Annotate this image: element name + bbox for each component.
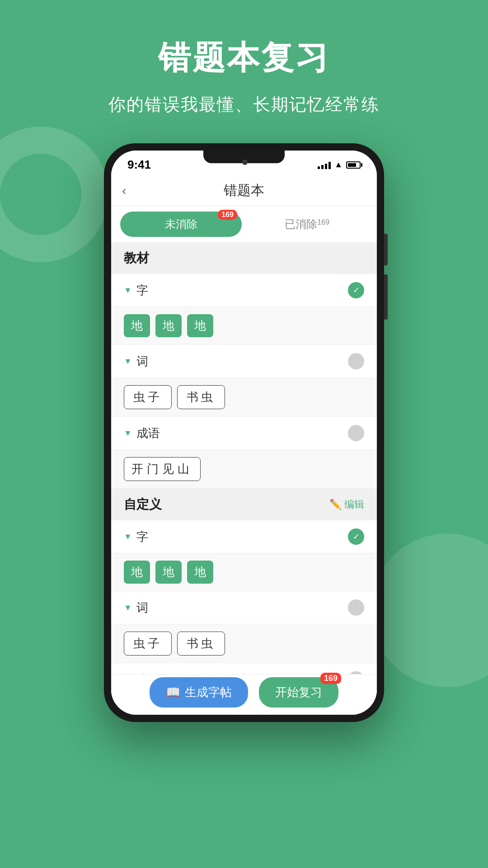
tags-ci-1: 虫子 书虫 (111, 378, 377, 417)
tag-outline-2: 书虫 (177, 385, 225, 409)
subtitle: 你的错误我最懂、长期记忆经常练 (0, 93, 488, 116)
phone-wrapper: 9:41 ▲ ‹ 错题本 (0, 143, 488, 722)
tag-green-5: 地 (155, 561, 182, 584)
side-button-2 (384, 274, 388, 320)
category-ci-2[interactable]: ▼ 词 (111, 591, 377, 624)
category-ci-1[interactable]: ▼ 词 (111, 345, 377, 378)
tag-outline-3: 虫子 (124, 632, 172, 656)
check-circle-zi-2: ✓ (348, 528, 364, 545)
back-button[interactable]: ‹ (122, 184, 126, 198)
generate-button[interactable]: 📖 生成字帖 (150, 677, 248, 708)
tag-green-3: 地 (187, 314, 213, 337)
section-jiaocai: 教材 (111, 242, 377, 274)
chevron-icon-ci: ▼ (124, 357, 132, 366)
check-circle-zi-1: ✓ (348, 282, 364, 298)
tags-ci-2: 虫子 书虫 (111, 624, 377, 663)
phone-screen: 9:41 ▲ ‹ 错题本 (111, 151, 377, 715)
signal-icon (318, 161, 331, 169)
content-area: 教材 ▼ 字 ✓ 地 地 地 ▼ (111, 242, 377, 715)
tags-chengyu-1: 开门见山 (111, 450, 377, 489)
navbar-title: 错题本 (224, 181, 264, 200)
gray-circle-ci-2 (348, 599, 364, 616)
gray-circle-chengyu-1 (348, 425, 364, 441)
tab-eliminated[interactable]: 已消除 169 (246, 212, 368, 237)
header-section: 错题本复习 你的错误我最懂、长期记忆经常练 (0, 0, 488, 134)
bottom-bar: 📖 生成字帖 开始复习 169 (111, 674, 377, 715)
tag-green-1: 地 (124, 314, 150, 337)
app-navbar: ‹ 错题本 (111, 175, 377, 206)
section-zidingyi-title: 自定义 (124, 496, 162, 513)
chevron-icon-ci2: ▼ (124, 603, 132, 613)
category-zi-2[interactable]: ▼ 字 ✓ (111, 520, 377, 553)
battery-icon (346, 161, 361, 169)
tag-green-6: 地 (187, 561, 213, 584)
chevron-icon: ▼ (124, 286, 132, 295)
edit-pencil-icon: ✏️ (329, 499, 342, 510)
tag-green-2: 地 (155, 314, 182, 337)
phone-camera (242, 160, 248, 165)
book-icon: 📖 (166, 685, 180, 699)
tags-zi-1: 地 地 地 (111, 307, 377, 345)
start-review-button[interactable]: 开始复习 169 (259, 677, 338, 708)
main-title: 错题本复习 (0, 36, 488, 80)
section-jiaocai-title: 教材 (124, 250, 149, 267)
phone-notch (203, 151, 285, 163)
status-time: 9:41 (127, 158, 151, 172)
tag-outline-wide-1: 开门见山 (124, 457, 201, 481)
category-zi-1[interactable]: ▼ 字 ✓ (111, 274, 377, 307)
gray-circle-ci-1 (348, 353, 364, 369)
chevron-icon-zi2: ▼ (124, 532, 132, 542)
start-badge: 169 (320, 673, 341, 684)
side-button-1 (384, 234, 388, 265)
edit-button[interactable]: ✏️ 编辑 (329, 498, 364, 511)
status-icons: ▲ (318, 160, 361, 170)
tag-green-4: 地 (124, 561, 150, 584)
tag-outline-1: 虫子 (124, 385, 172, 409)
tags-zi-2: 地 地 地 (111, 553, 377, 591)
tab-not-eliminated[interactable]: 未消除 169 (120, 212, 242, 237)
tag-outline-4: 书虫 (177, 632, 225, 656)
chevron-icon-chengyu: ▼ (124, 429, 132, 438)
phone-mockup: 9:41 ▲ ‹ 错题本 (104, 143, 384, 722)
section-zidingyi: 自定义 ✏️ 编辑 (111, 489, 377, 520)
category-chengyu-1[interactable]: ▼ 成语 (111, 417, 377, 450)
wifi-icon: ▲ (334, 160, 343, 170)
tab-bar: 未消除 169 已消除 169 (111, 206, 377, 242)
tab-not-eliminated-badge: 169 (218, 210, 237, 220)
